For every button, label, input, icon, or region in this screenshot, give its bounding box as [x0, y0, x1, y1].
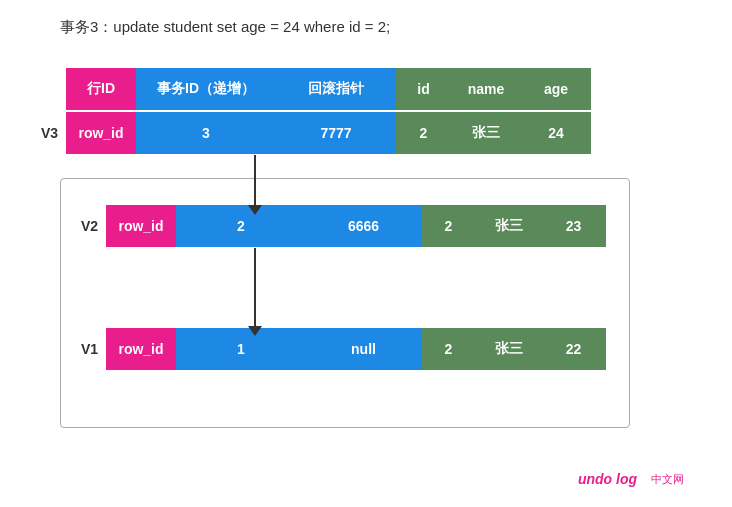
v1-age: 22 — [541, 328, 606, 370]
v1-rollback: null — [306, 328, 421, 370]
v2-row: V2 row_id 2 6666 2 张三 23 — [70, 205, 606, 247]
v2-label: V2 — [70, 218, 98, 234]
v1-name: 张三 — [476, 328, 541, 370]
v2-rowid: row_id — [106, 205, 176, 247]
arrow-v3-to-v2 — [248, 155, 262, 215]
v3-name: 张三 — [451, 112, 521, 154]
v2-rollback: 6666 — [306, 205, 421, 247]
v1-rowid: row_id — [106, 328, 176, 370]
header-row: V3 行ID 事务ID（递增） 回滚指针 id name age — [30, 68, 591, 110]
v3-rowid: row_id — [66, 112, 136, 154]
v2-trxid: 2 — [176, 205, 306, 247]
v2-age: 23 — [541, 205, 606, 247]
header-id: id — [396, 68, 451, 110]
v1-id: 2 — [421, 328, 476, 370]
header-rollback: 回滚指针 — [276, 68, 396, 110]
header-name: name — [451, 68, 521, 110]
v3-trxid: 3 — [136, 112, 276, 154]
header-trxid: 事务ID（递增） — [136, 68, 276, 110]
header-age: age — [521, 68, 591, 110]
v2-name: 张三 — [476, 205, 541, 247]
cn-label: 中文网 — [651, 472, 684, 487]
v2-id: 2 — [421, 205, 476, 247]
header-rowid: 行ID — [66, 68, 136, 110]
v1-trxid: 1 — [176, 328, 306, 370]
v3-row: V3 row_id 3 7777 2 张三 24 — [30, 112, 591, 154]
v3-label: V3 — [30, 125, 58, 141]
v1-row: V1 row_id 1 null 2 张三 22 — [70, 328, 606, 370]
v3-age: 24 — [521, 112, 591, 154]
arrow-v2-to-v1 — [248, 248, 262, 336]
undo-log-label: undo log — [578, 471, 637, 487]
top-description: 事务3：update student set age = 24 where id… — [60, 18, 390, 37]
v1-label: V1 — [70, 341, 98, 357]
v3-id: 2 — [396, 112, 451, 154]
v3-rollback: 7777 — [276, 112, 396, 154]
